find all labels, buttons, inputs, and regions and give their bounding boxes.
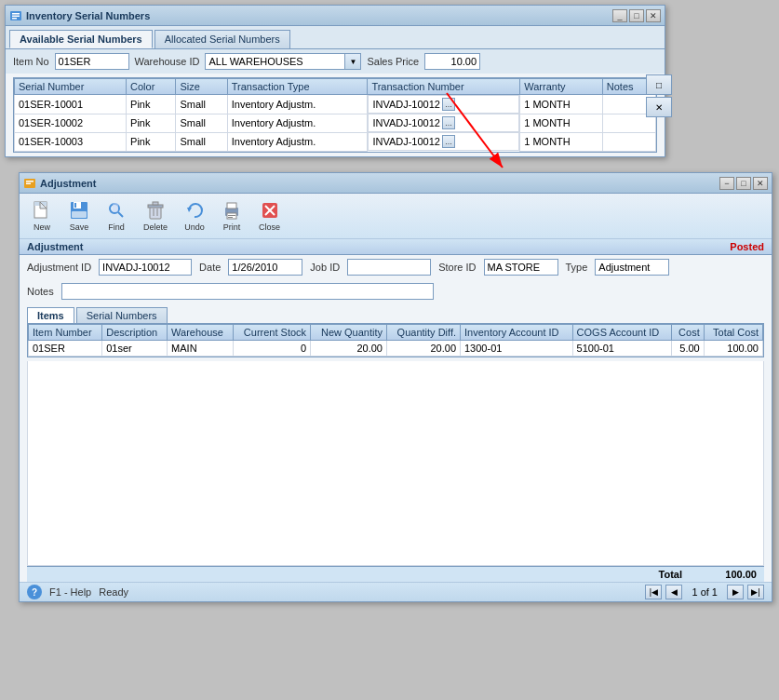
inventory-serial-numbers-window: Inventory Serial Numbers _ □ ✕ Available… [5, 5, 665, 157]
close-toolbar-icon [260, 200, 280, 221]
find-label: Find [108, 222, 125, 232]
undo-button[interactable]: Undo [178, 197, 211, 235]
save-icon [69, 200, 89, 221]
svg-rect-28 [228, 217, 233, 218]
svg-rect-27 [228, 215, 235, 216]
trans-num-ellipsis[interactable]: … [442, 116, 455, 129]
serial-num-cell: 01SER-10003 [15, 132, 127, 151]
col-cogs-account: COGS Account ID [572, 325, 672, 341]
col-item-number: Item Number [29, 325, 102, 341]
warehouse-input[interactable] [205, 53, 344, 70]
svg-line-16 [118, 212, 123, 217]
adj-window-title: Adjustment [40, 178, 719, 189]
col-cost: Cost [672, 325, 705, 341]
adj-id-input[interactable] [99, 259, 192, 276]
trans-num-cell: INVADJ-10012 … [368, 132, 519, 151]
total-row: Total 100.00 [27, 566, 764, 582]
inv-window-title: Inventory Serial Numbers [26, 10, 612, 21]
inv-title-bar: Inventory Serial Numbers _ □ ✕ [6, 6, 665, 26]
col-qty-diff: Quantity Diff. [386, 325, 460, 341]
col-description: Description [102, 325, 168, 341]
next-page-btn[interactable]: ▶ [727, 585, 744, 599]
small-btn-2[interactable]: ✕ [646, 97, 672, 117]
total-value: 100.00 [701, 569, 757, 580]
sales-price-input[interactable] [424, 53, 480, 70]
table-row[interactable]: 01SER-10001 Pink Small Inventory Adjustm… [15, 95, 656, 114]
notes-input[interactable] [61, 283, 434, 300]
warehouse-combo: ▼ [205, 53, 361, 70]
col-trans-number: Transaction Number [368, 79, 520, 95]
store-id-label: Store ID [438, 262, 476, 273]
new-button[interactable]: New [25, 197, 59, 235]
job-id-input[interactable] [347, 259, 431, 276]
serial-num-cell: 01SER-10001 [15, 95, 127, 114]
serial-num-cell: 01SER-10002 [15, 114, 127, 132]
trans-num-ellipsis[interactable]: … [442, 135, 455, 148]
type-input[interactable] [595, 259, 669, 276]
color-cell: Pink [127, 95, 176, 114]
warranty-cell: 1 MONTH [520, 114, 603, 132]
item-no-input[interactable] [55, 53, 129, 70]
col-color: Color [127, 79, 176, 95]
cogs-account-cell: 5100-01 [572, 341, 672, 357]
small-btn-1[interactable]: □ [646, 74, 672, 95]
table-row[interactable]: 01SER-10002 Pink Small Inventory Adjustm… [15, 114, 656, 132]
notes-cell [602, 132, 655, 151]
inv-minimize-btn[interactable]: _ [612, 9, 627, 22]
inv-window-controls: _ □ ✕ [612, 9, 661, 22]
svg-rect-17 [113, 203, 118, 212]
svg-rect-20 [153, 202, 158, 205]
small-buttons-panel: □ ✕ [646, 74, 672, 117]
items-empty-area [27, 361, 764, 566]
col-size: Size [176, 79, 227, 95]
new-quantity-cell: 20.00 [311, 341, 387, 357]
qty-diff-cell: 20.00 [386, 341, 460, 357]
prev-page-btn[interactable]: ◀ [665, 585, 682, 599]
warranty-cell: 1 MONTH [520, 95, 603, 114]
serial-numbers-tab[interactable]: Serial Numbers [76, 307, 168, 323]
inv-window-icon [9, 9, 22, 22]
delete-label: Delete [143, 222, 168, 232]
description-cell: 01ser [102, 341, 168, 357]
store-id-input[interactable] [484, 259, 558, 276]
job-id-label: Job ID [310, 262, 340, 273]
adj-close-btn[interactable]: ✕ [753, 177, 768, 190]
col-warehouse: Warehouse [168, 325, 234, 341]
inventory-account-cell: 1300-01 [461, 341, 573, 357]
svg-rect-13 [74, 203, 76, 208]
adj-restore-btn[interactable]: □ [736, 177, 751, 190]
find-button[interactable]: Find [100, 197, 133, 235]
close-label: Close [259, 222, 280, 232]
items-tab[interactable]: Items [27, 307, 74, 323]
adj-window-icon [23, 177, 36, 190]
date-input[interactable] [228, 259, 302, 276]
table-row[interactable]: 01SER 01ser MAIN 0 20.00 20.00 1300-01 5… [29, 341, 763, 357]
trans-num-cell: INVADJ-10012 … [368, 114, 519, 132]
svg-rect-14 [72, 211, 87, 218]
save-button[interactable]: Save [62, 197, 96, 235]
inv-close-btn[interactable]: ✕ [646, 9, 661, 22]
current-stock-cell: 0 [233, 341, 310, 357]
tab-allocated-serial[interactable]: Allocated Serial Numbers [154, 30, 290, 48]
col-serial-number: Serial Number [15, 79, 127, 95]
adj-toolbar: New Save Find [20, 194, 772, 239]
undo-label: Undo [184, 222, 205, 232]
svg-rect-3 [12, 18, 17, 20]
find-icon [106, 200, 127, 221]
inv-maximize-btn[interactable]: □ [629, 9, 644, 22]
print-button[interactable]: Print [215, 197, 248, 235]
adj-minimize-btn[interactable]: − [719, 177, 734, 190]
tab-available-serial[interactable]: Available Serial Numbers [9, 30, 153, 48]
inv-tab-bar: Available Serial Numbers Allocated Seria… [6, 26, 665, 49]
table-row[interactable]: 01SER-10003 Pink Small Inventory Adjustm… [15, 132, 656, 151]
svg-rect-25 [227, 203, 236, 209]
close-button[interactable]: Close [252, 197, 287, 235]
warehouse-dropdown-btn[interactable]: ▼ [344, 53, 361, 70]
undo-icon [184, 200, 205, 221]
trans-num-ellipsis[interactable]: … [442, 98, 455, 111]
delete-button[interactable]: Delete [137, 197, 174, 235]
first-page-btn[interactable]: |◀ [645, 585, 662, 599]
cost-cell: 5.00 [672, 341, 705, 357]
last-page-btn[interactable]: ▶| [747, 585, 764, 599]
adj-sub-tab-bar: Items Serial Numbers [20, 303, 772, 323]
